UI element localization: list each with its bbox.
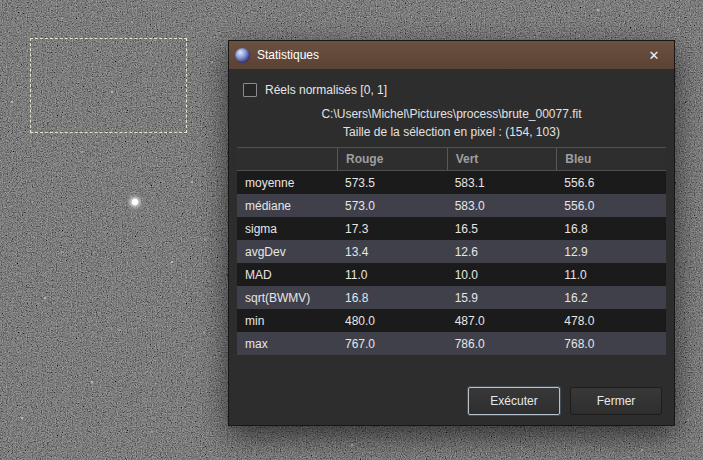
- statistics-dialog: Statistiques ✕ Réels normalisés [0, 1] C…: [228, 40, 675, 426]
- selection-size-text: Taille de la sélection en pixel : (154, …: [237, 123, 666, 141]
- dialog-spacer: [237, 355, 666, 383]
- close-icon[interactable]: ✕: [640, 44, 668, 66]
- stat-value-bleu: 11.0: [556, 268, 666, 282]
- table-header: Rouge Vert Bleu: [237, 147, 666, 171]
- table-row[interactable]: sigma 17.3 16.5 16.8: [237, 217, 666, 240]
- stat-name: max: [237, 337, 337, 351]
- stat-value-bleu: 16.8: [556, 222, 666, 236]
- stat-name: MAD: [237, 268, 337, 282]
- stat-value-vert: 487.0: [447, 314, 557, 328]
- column-header-bleu[interactable]: Bleu: [556, 148, 666, 170]
- stat-value-bleu: 556.0: [556, 199, 666, 213]
- stat-value-vert: 12.6: [447, 245, 557, 259]
- normalized-check-row: Réels normalisés [0, 1]: [243, 83, 660, 97]
- table-row[interactable]: min 480.0 487.0 478.0: [237, 309, 666, 332]
- stat-value-vert: 15.9: [447, 291, 557, 305]
- stat-value-rouge: 11.0: [337, 268, 447, 282]
- table-body: moyenne 573.5 583.1 556.6 médiane 573.0 …: [237, 171, 666, 355]
- stat-value-rouge: 573.5: [337, 176, 447, 190]
- stat-value-vert: 583.0: [447, 199, 557, 213]
- stat-name: sqrt(BWMV): [237, 291, 337, 305]
- normalized-checkbox-label[interactable]: Réels normalisés [0, 1]: [265, 83, 387, 97]
- stat-value-vert: 10.0: [447, 268, 557, 282]
- file-path: C:\Users\Michel\Pictures\process\brute_0…: [237, 105, 666, 123]
- table-row[interactable]: moyenne 573.5 583.1 556.6: [237, 171, 666, 194]
- stat-value-rouge: 16.8: [337, 291, 447, 305]
- selection-rectangle[interactable]: [30, 38, 187, 133]
- execute-button[interactable]: Exécuter: [468, 387, 560, 415]
- statistics-table: Rouge Vert Bleu moyenne 573.5 583.1 556.…: [237, 147, 666, 355]
- table-row[interactable]: avgDev 13.4 12.6 12.9: [237, 240, 666, 263]
- stat-name: médiane: [237, 199, 337, 213]
- table-row[interactable]: MAD 11.0 10.0 11.0: [237, 263, 666, 286]
- stat-value-rouge: 767.0: [337, 337, 447, 351]
- stat-value-vert: 786.0: [447, 337, 557, 351]
- close-dialog-button[interactable]: Fermer: [570, 387, 662, 415]
- stat-name: avgDev: [237, 245, 337, 259]
- stat-value-vert: 583.1: [447, 176, 557, 190]
- normalized-checkbox[interactable]: [243, 83, 257, 97]
- dialog-button-row: Exécuter Fermer: [237, 383, 666, 417]
- stat-name: min: [237, 314, 337, 328]
- column-header-vert[interactable]: Vert: [447, 148, 557, 170]
- column-header-rouge[interactable]: Rouge: [337, 148, 447, 170]
- stat-value-bleu: 768.0: [556, 337, 666, 351]
- stat-value-vert: 16.5: [447, 222, 557, 236]
- stat-value-bleu: 556.6: [556, 176, 666, 190]
- stat-value-bleu: 16.2: [556, 291, 666, 305]
- dialog-titlebar[interactable]: Statistiques ✕: [229, 41, 674, 69]
- stat-value-rouge: 13.4: [337, 245, 447, 259]
- table-row[interactable]: max 767.0 786.0 768.0: [237, 332, 666, 355]
- dialog-title: Statistiques: [257, 48, 319, 62]
- stat-name: sigma: [237, 222, 337, 236]
- column-header-stat[interactable]: [237, 148, 337, 170]
- table-row[interactable]: sqrt(BWMV) 16.8 15.9 16.2: [237, 286, 666, 309]
- stat-value-rouge: 573.0: [337, 199, 447, 213]
- stat-value-bleu: 478.0: [556, 314, 666, 328]
- stat-value-bleu: 12.9: [556, 245, 666, 259]
- application-window: Statistiques ✕ Réels normalisés [0, 1] C…: [0, 0, 703, 460]
- table-row[interactable]: médiane 573.0 583.0 556.0: [237, 194, 666, 217]
- stat-value-rouge: 480.0: [337, 314, 447, 328]
- stat-value-rouge: 17.3: [337, 222, 447, 236]
- app-icon: [235, 48, 250, 63]
- dialog-body: Réels normalisés [0, 1] C:\Users\Michel\…: [229, 69, 674, 425]
- stat-name: moyenne: [237, 176, 337, 190]
